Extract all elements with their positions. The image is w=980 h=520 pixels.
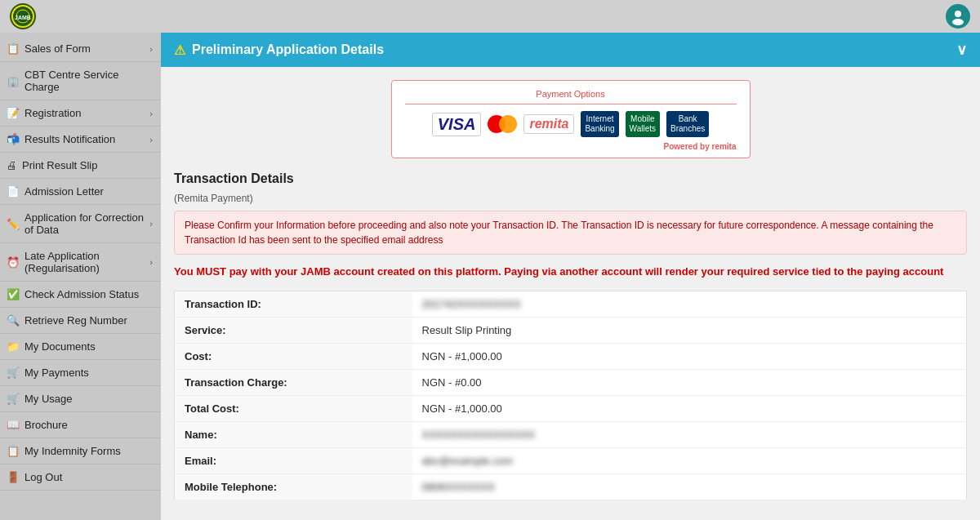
table-row: Cost:NGN - #1,000.00 [175, 344, 967, 370]
field-value: abc@example.com [412, 448, 967, 474]
sidebar-item-my-payments[interactable]: 🛒 My Payments [0, 360, 161, 386]
sidebar-item-indemnity[interactable]: 📋 My Indemnity Forms [0, 438, 161, 464]
field-label: Mobile Telephone: [175, 474, 412, 500]
payments-icon: 🛒 [7, 367, 20, 379]
sidebar-item-registration[interactable]: 📝 Registration › [0, 100, 161, 127]
sidebar-item-application-correction[interactable]: ✏️ Application for Correction of Data › [0, 205, 161, 243]
sidebar-item-late-application[interactable]: ⏰ Late Application (Regularisation) › [0, 243, 161, 282]
table-row: Transaction ID:201742XXXXXXXXX [175, 291, 967, 318]
alert-box: Please Confirm your Information before p… [174, 211, 967, 255]
cbt-icon: 🏢 [7, 75, 20, 87]
table-row: Name:XXXXXXXXXXXXXXXX [175, 422, 967, 448]
payment-logos: VISA remita Internet Banking Mobile Wall… [405, 111, 737, 137]
sidebar-item-admission-letter[interactable]: 📄 Admission Letter [0, 179, 161, 205]
logo: JAMB [10, 3, 36, 29]
field-value: NGN - #0.00 [412, 370, 967, 396]
collapse-icon[interactable]: ∨ [956, 41, 967, 59]
field-label: Cost: [175, 344, 412, 370]
sidebar-item-cbt-centre[interactable]: 🏢 CBT Centre Service Charge [0, 62, 161, 100]
sidebar-item-my-usage[interactable]: 🛒 My Usage [0, 386, 161, 412]
usage-icon: 🛒 [7, 393, 20, 405]
chevron-icon: › [149, 135, 153, 144]
table-row: Email:abc@example.com [175, 448, 967, 474]
brochure-icon: 📖 [7, 419, 20, 431]
sidebar-item-check-admission[interactable]: ✅ Check Admission Status [0, 282, 161, 308]
field-label: Total Cost: [175, 396, 412, 422]
section-title: Transaction Details [174, 171, 967, 186]
registration-icon: 📝 [7, 107, 20, 119]
remita-logo: remita [523, 114, 574, 134]
bank-branches-btn[interactable]: Bank Branches [666, 111, 709, 137]
field-value: Result Slip Printing [412, 318, 967, 344]
field-value: XXXXXXXXXXXXXXXX [412, 422, 967, 448]
warning-text: You MUST pay with your JAMB account crea… [174, 264, 967, 279]
sidebar-item-brochure[interactable]: 📖 Brochure [0, 412, 161, 438]
sidebar-item-sales-of-form[interactable]: 📋 Sales of Form › [0, 36, 161, 62]
sidebar-item-my-documents[interactable]: 📁 My Documents [0, 334, 161, 360]
top-bar: JAMB [0, 0, 980, 33]
svg-text:JAMB: JAMB [15, 15, 31, 20]
main-layout: 📋 Sales of Form › 🏢 CBT Centre Service C… [0, 33, 980, 520]
details-table: Transaction ID:201742XXXXXXXXXService:Re… [174, 291, 967, 500]
field-label: Email: [175, 448, 412, 474]
field-value: NGN - #1,000.00 [412, 344, 967, 370]
logout-icon: 🚪 [7, 471, 20, 483]
field-label: Service: [175, 318, 412, 344]
payment-options-box: Payment Options VISA remita Internet Ban… [391, 80, 751, 158]
svg-point-3 [955, 11, 961, 17]
chevron-icon: › [149, 219, 153, 229]
correction-icon: ✏️ [7, 218, 20, 230]
field-value: 0806XXXXXXX [412, 474, 967, 500]
visa-logo: VISA [432, 113, 482, 136]
payment-options-label: Payment Options [405, 89, 737, 104]
sidebar-item-print-result[interactable]: 🖨 Print Result Slip [0, 153, 161, 179]
page-header: ⚠ Preliminary Application Details ∨ [161, 33, 980, 67]
check-icon: ✅ [7, 288, 20, 300]
warning-icon: ⚠ [174, 42, 185, 58]
field-label: Transaction ID: [175, 291, 412, 318]
field-label: Name: [175, 422, 412, 448]
chevron-icon: › [149, 109, 153, 118]
retrieve-icon: 🔍 [7, 314, 20, 327]
sidebar-item-results-notification[interactable]: 📬 Results Notification › [0, 127, 161, 153]
svg-point-4 [952, 19, 964, 25]
indemnity-icon: 📋 [7, 445, 20, 457]
sales-form-icon: 📋 [7, 42, 20, 55]
table-row: Total Cost:NGN - #1,000.00 [175, 396, 967, 422]
print-icon: 🖨 [7, 159, 17, 171]
sidebar: 📋 Sales of Form › 🏢 CBT Centre Service C… [0, 33, 161, 520]
page-title: Preliminary Application Details [192, 42, 384, 57]
user-avatar[interactable] [946, 4, 970, 29]
content-body: Payment Options VISA remita Internet Ban… [161, 67, 980, 520]
remita-label: (Remita Payment) [174, 193, 967, 204]
table-row: Transaction Charge:NGN - #0.00 [175, 370, 967, 396]
content-area: ⚠ Preliminary Application Details ∨ Paym… [161, 33, 980, 520]
field-label: Transaction Charge: [175, 370, 412, 396]
powered-by: Powered by remita [405, 142, 737, 151]
sidebar-item-logout[interactable]: 🚪 Log Out [0, 464, 161, 491]
sidebar-item-retrieve-reg[interactable]: 🔍 Retrieve Reg Number [0, 308, 161, 334]
results-icon: 📬 [7, 133, 20, 145]
mobile-wallets-btn[interactable]: Mobile Wallets [626, 111, 660, 137]
internet-banking-btn[interactable]: Internet Banking [581, 111, 618, 137]
field-value: 201742XXXXXXXXX [412, 291, 967, 318]
docs-icon: 📁 [7, 340, 20, 353]
field-value: NGN - #1,000.00 [412, 396, 967, 422]
letter-icon: 📄 [7, 185, 20, 198]
table-row: Mobile Telephone:0806XXXXXXX [175, 474, 967, 500]
chevron-icon: › [149, 44, 153, 54]
late-app-icon: ⏰ [7, 256, 20, 269]
chevron-icon: › [149, 257, 153, 267]
table-row: Service:Result Slip Printing [175, 318, 967, 344]
mastercard-logo [488, 114, 517, 134]
